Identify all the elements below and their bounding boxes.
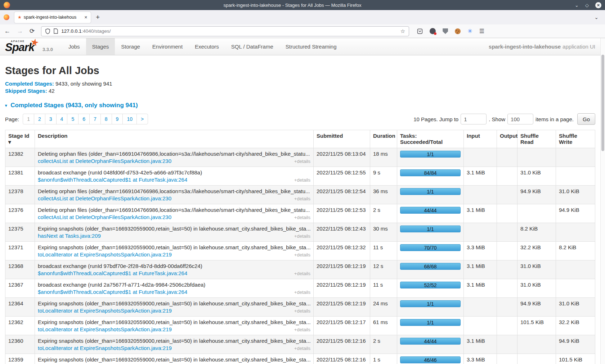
column-header-duration[interactable]: Duration [370,130,397,148]
duration-cell: 18 ms [370,148,397,167]
input-cell: 3.1 MiB [464,335,497,354]
column-header-input[interactable]: Input [464,130,497,148]
column-header-shuffle-write[interactable]: Shuffle Write [556,130,595,148]
jump-to-page-input[interactable] [461,114,487,124]
details-toggle[interactable]: +details [294,196,310,201]
page-content: APACHE ★ Spark 3.3.0 JobsStagesStorageEn… [0,38,600,364]
pagination-controls: Page: 12345678910> 10 Pages. Jump to . S… [5,113,595,125]
stage-row: 12368broadcast exchange (runId 97bdf70e-… [5,260,595,279]
nav-tab-environment[interactable]: Environment [146,38,189,55]
ublock-shield-icon[interactable] [443,28,448,34]
column-header-stage-id[interactable]: Stage Id ▾ [5,130,35,148]
firefox-logo-icon [4,2,10,8]
stage-detail-link[interactable]: collectAsList at DeleteOrphanFilesSparkA… [38,195,171,201]
pagination-page-9[interactable]: 9 [112,114,123,124]
pocket-icon[interactable] [417,28,423,34]
forward-button[interactable]: → [17,28,23,35]
url-bar[interactable]: 127.0.0.1:4040/stages/ ☆ [41,26,409,36]
stage-detail-link[interactable]: toLocalIterator at ExpireSnapshotsSparkA… [38,308,172,314]
column-header-description[interactable]: Description [35,130,314,148]
pagination-page-10[interactable]: 10 [122,114,137,124]
minimize-button[interactable]: ⌄ [575,3,579,8]
page-info-icon[interactable] [54,28,58,34]
stage-id-cell: 12368 [5,260,35,279]
privacy-mask-extension-icon[interactable] [430,28,436,34]
column-header-output[interactable]: Output [497,130,517,148]
details-toggle[interactable]: +details [294,327,310,332]
vertical-scrollbar[interactable] [600,38,605,364]
stage-row: 12360Expiring snapshots (older_than=1669… [5,335,595,354]
details-toggle[interactable]: +details [294,159,310,164]
stage-detail-link[interactable]: hasNext at Tasks.java:209 [38,233,101,239]
spark-wordmark: Spark [5,41,34,54]
stage-detail-link[interactable]: toLocalIterator at ExpireSnapshotsSparkA… [38,326,172,332]
browser-tab[interactable]: ★ spark-ingest-into-lakehous ✕ [14,12,91,23]
new-tab-button[interactable]: + [96,13,100,21]
reload-button[interactable]: ⟳ [30,27,35,35]
spark-favicon-icon: ★ [18,15,22,20]
details-toggle[interactable]: +details [294,271,310,276]
url-host: 127.0.0.1 [61,28,81,34]
input-cell: 3.1 MiB [464,204,497,223]
tasks-progress-cell: 46/46 [397,354,464,364]
output-cell [497,260,517,279]
pagination-page-7[interactable]: 7 [89,114,101,124]
shuffle-read-cell: 32.2 KiB [517,242,556,260]
nav-tab-sql-dataframe[interactable]: SQL / DataFrame [225,38,279,55]
details-toggle[interactable]: +details [294,346,310,351]
pagination-page-3[interactable]: 3 [45,114,57,124]
stages-table-body: 12382Deleting orphan files (older_than=1… [5,148,595,364]
back-button[interactable]: ← [4,28,10,35]
tasks-progress-cell: 68/68 [397,260,464,279]
stage-detail-link[interactable]: collectAsList at DeleteOrphanFilesSparkA… [38,214,171,220]
tab-close-icon[interactable]: ✕ [84,15,88,20]
stage-detail-link[interactable]: $anonfun$withThreadLocalCaptured$1 at Fu… [38,270,187,276]
stage-detail-link[interactable]: toLocalIterator at ExpireSnapshotsSparkA… [38,345,172,351]
all-tabs-chevron-icon[interactable]: ⌄ [594,14,599,20]
details-toggle[interactable]: +details [294,252,310,258]
details-toggle[interactable]: +details [294,233,310,239]
details-toggle[interactable]: +details [294,215,310,220]
stage-detail-link[interactable]: $anonfun$withThreadLocalCaptured$1 at Fu… [38,177,187,183]
stage-detail-link[interactable]: toLocalIterator at ExpireSnapshotsSparkA… [38,251,172,258]
scrollbar-thumb[interactable] [601,55,604,151]
maximize-button[interactable]: ◇ [585,3,589,8]
output-cell [497,148,517,167]
spark-logo[interactable]: APACHE ★ Spark [5,38,40,54]
pagination-page-1[interactable]: 1 [23,114,34,124]
stage-description-cell: Expiring snapshots (older_than=166932055… [35,335,314,354]
stage-id-cell: 12371 [5,242,35,260]
pagination-page-4[interactable]: 4 [56,114,68,124]
url-path: :4040/stages/ [82,28,111,34]
duration-cell: 61 ms [370,317,397,335]
pagination-page-2[interactable]: 2 [34,114,45,124]
column-header-submitted[interactable]: Submitted [314,130,370,148]
nav-tab-storage[interactable]: Storage [115,38,146,55]
bookmark-star-icon[interactable]: ☆ [400,28,405,35]
stage-detail-link[interactable]: collectAsList at DeleteOrphanFilesSparkA… [38,158,171,164]
asterisk-extension-icon[interactable]: ✳ [467,28,472,35]
nav-tab-jobs[interactable]: Jobs [62,38,86,55]
shuffle-read-cell: 8.2 KiB [517,223,556,242]
pagination-next-button[interactable]: > [136,114,148,124]
column-header-tasks-succeeded-total[interactable]: Tasks: Succeeded/Total [397,130,464,148]
nav-tab-structured-streaming[interactable]: Structured Streaming [279,38,343,55]
column-header-shuffle-read[interactable]: Shuffle Read [517,130,556,148]
pagination-page-8[interactable]: 8 [100,114,112,124]
nav-tab-executors[interactable]: Executors [189,38,225,55]
task-progress-bar: 1/1 [400,300,461,307]
details-toggle[interactable]: +details [294,290,310,295]
nav-tab-stages[interactable]: Stages [86,38,115,55]
tracking-protection-shield-icon[interactable] [45,28,50,34]
pagination-page-6[interactable]: 6 [78,114,90,124]
go-button[interactable]: Go [577,113,595,125]
completed-stages-section-toggle[interactable]: ▾ Completed Stages (9433, only showing 9… [5,102,595,109]
items-per-page-input[interactable] [507,114,533,124]
pagination-page-5[interactable]: 5 [67,114,79,124]
cookie-extension-icon[interactable] [455,28,461,34]
stage-detail-link[interactable]: $anonfun$withThreadLocalCaptured$1 at Fu… [38,289,187,295]
menu-hamburger-icon[interactable]: ☰ [479,28,484,35]
details-toggle[interactable]: +details [294,177,310,183]
close-window-button[interactable]: ✕ [595,2,601,8]
details-toggle[interactable]: +details [294,308,310,314]
